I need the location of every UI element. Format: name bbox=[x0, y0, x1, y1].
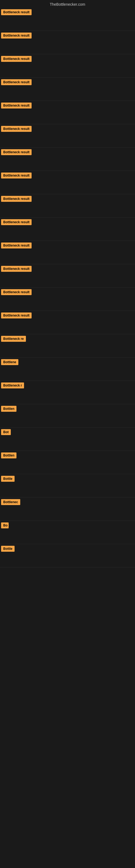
result-row: Bottleneck r bbox=[0, 381, 135, 404]
bottleneck-badge[interactable]: Bottle bbox=[1, 476, 14, 482]
bottleneck-badge[interactable]: Bottleneck result bbox=[1, 243, 32, 248]
bottleneck-badge[interactable]: Bottleneck result bbox=[1, 173, 32, 179]
result-row: Bottle bbox=[0, 474, 135, 497]
bottleneck-badge[interactable]: Bottleneck result bbox=[1, 56, 32, 62]
bottleneck-badge[interactable]: Bottleneck result bbox=[1, 9, 32, 15]
result-row: Bottleneck result bbox=[0, 218, 135, 241]
bottleneck-badge[interactable]: Bottleneck re bbox=[1, 336, 26, 342]
result-row: Bottleneck result bbox=[0, 54, 135, 78]
result-row: Bottleneck result bbox=[0, 8, 135, 31]
bottleneck-badge[interactable]: Bottlen bbox=[1, 406, 16, 412]
bottleneck-badge[interactable]: Bottleneck result bbox=[1, 289, 32, 295]
bottleneck-badge[interactable]: Bottleneck result bbox=[1, 33, 32, 38]
result-row: Bottle bbox=[0, 544, 135, 567]
result-row: Bottlene bbox=[0, 358, 135, 381]
result-row: Bottleneck result bbox=[0, 171, 135, 194]
bottleneck-badge[interactable]: Bottleneck r bbox=[1, 382, 24, 389]
bottleneck-badge[interactable]: Bottleneck result bbox=[1, 102, 32, 108]
result-row: Bot bbox=[0, 428, 135, 451]
site-title: TheBottlenecker.com bbox=[0, 0, 135, 8]
result-row: Bottleneck result bbox=[0, 148, 135, 171]
result-row: Bottleneck result bbox=[0, 31, 135, 54]
results-container: Bottleneck resultBottleneck resultBottle… bbox=[0, 8, 135, 567]
bottleneck-badge[interactable]: Bottleneck result bbox=[1, 149, 32, 155]
result-row: Bottleneck result bbox=[0, 78, 135, 101]
result-row: Bottlen bbox=[0, 404, 135, 428]
bottleneck-badge[interactable]: Bottlenec bbox=[1, 499, 20, 505]
result-row: Bottleneck result bbox=[0, 264, 135, 287]
result-row: Bottleneck result bbox=[0, 287, 135, 311]
result-row: Bottleneck result bbox=[0, 101, 135, 124]
result-row: Bottleneck result bbox=[0, 241, 135, 264]
bottleneck-badge[interactable]: Bottleneck result bbox=[1, 312, 32, 318]
result-row: Bottlen bbox=[0, 451, 135, 474]
result-row: Bo bbox=[0, 521, 135, 544]
bottleneck-badge[interactable]: Bo bbox=[1, 522, 9, 528]
bottleneck-badge[interactable]: Bottlen bbox=[1, 453, 16, 458]
bottleneck-badge[interactable]: Bottle bbox=[1, 546, 14, 552]
result-row: Bottleneck result bbox=[0, 311, 135, 334]
bottleneck-badge[interactable]: Bottleneck result bbox=[1, 219, 32, 225]
page-wrapper: TheBottlenecker.com Bottleneck resultBot… bbox=[0, 0, 135, 868]
bottleneck-badge[interactable]: Bottleneck result bbox=[1, 126, 32, 132]
result-row: Bottleneck re bbox=[0, 334, 135, 358]
bottleneck-badge[interactable]: Bottlene bbox=[1, 359, 18, 365]
bottleneck-badge[interactable]: Bottleneck result bbox=[1, 79, 32, 85]
result-row: Bottlenec bbox=[0, 497, 135, 521]
result-row: Bottleneck result bbox=[0, 124, 135, 148]
bottleneck-badge[interactable]: Bottleneck result bbox=[1, 196, 32, 202]
bottleneck-badge[interactable]: Bottleneck result bbox=[1, 266, 32, 272]
bottleneck-badge[interactable]: Bot bbox=[1, 429, 11, 435]
result-row: Bottleneck result bbox=[0, 194, 135, 218]
